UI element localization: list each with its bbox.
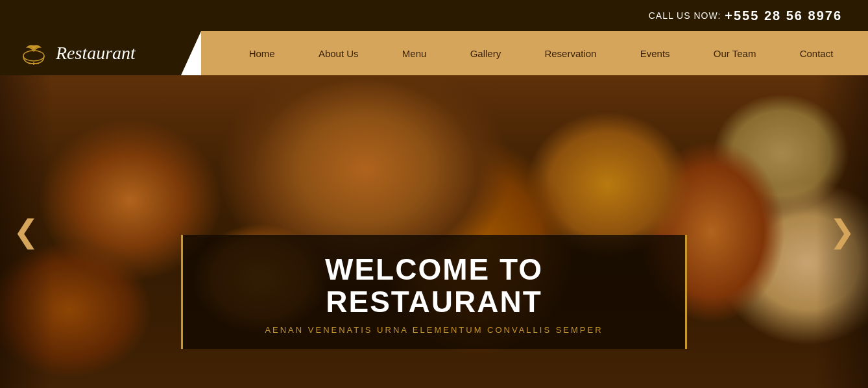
hero-section: ❮ ❯ WELCOME TO RESTAURANT AENAN VENENATI… <box>0 75 868 388</box>
nav-item-gallery[interactable]: Gallery <box>468 43 504 64</box>
nav-item-team[interactable]: Our Team <box>711 43 759 64</box>
next-arrow[interactable]: ❯ <box>829 216 855 247</box>
nav-item-about[interactable]: About Us <box>316 43 361 64</box>
welcome-banner: WELCOME TO RESTAURANT AENAN VENENATIS UR… <box>181 235 687 349</box>
welcome-title: WELCOME TO RESTAURANT <box>215 253 653 319</box>
logo-area: Restaurant <box>0 31 201 75</box>
call-label: CALL US NOW: <box>649 10 721 21</box>
nav-item-reservation[interactable]: Reservation <box>542 43 599 64</box>
logo-text: Restaurant <box>56 43 136 64</box>
nav-item-home[interactable]: Home <box>247 43 278 64</box>
prev-arrow[interactable]: ❮ <box>13 216 39 247</box>
top-bar: CALL US NOW: +555 28 56 8976 <box>0 0 868 31</box>
svg-point-0 <box>23 51 44 61</box>
nav-item-menu[interactable]: Menu <box>400 43 429 64</box>
welcome-subtitle: AENAN VENENATIS URNA ELEMENTUM CONVALLIS… <box>215 325 653 335</box>
header: Restaurant HomeAbout UsMenuGalleryReserv… <box>0 31 868 75</box>
nav-item-events[interactable]: Events <box>638 43 673 64</box>
logo-bowl-icon <box>19 38 48 69</box>
main-nav: HomeAbout UsMenuGalleryReservationEvents… <box>201 31 868 75</box>
nav-item-contact[interactable]: Contact <box>797 43 836 64</box>
call-number: +555 28 56 8976 <box>725 8 842 23</box>
